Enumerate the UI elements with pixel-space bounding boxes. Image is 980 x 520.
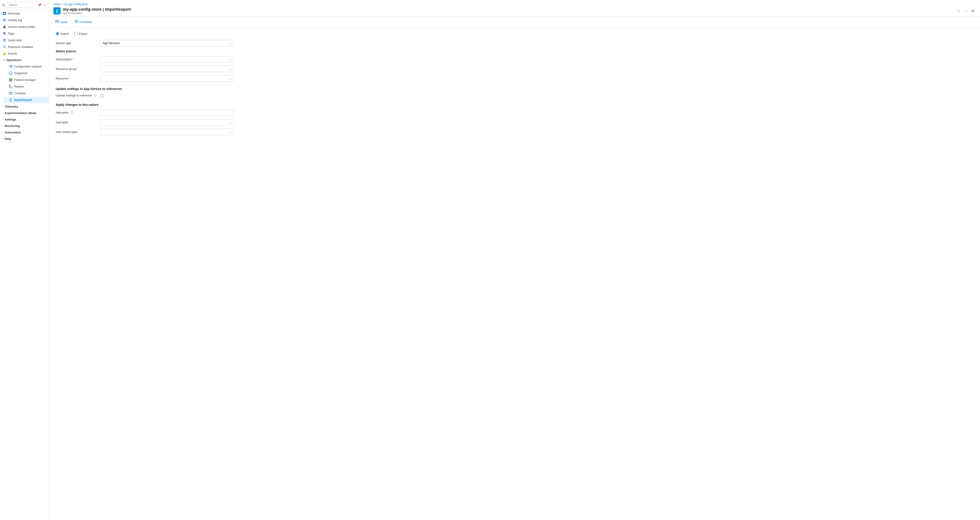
update-settings-title: Update settings in App Service to refere… [56, 87, 973, 91]
page-title-text: my-app-config-store | Import/export App … [63, 7, 131, 14]
svg-rect-33 [11, 92, 12, 95]
sidebar-section-experimentation[interactable]: › Experimentation (New) [0, 110, 49, 116]
sidebar-section-telemetry[interactable]: › Telemetry [0, 103, 49, 110]
sidebar-item-activity-log-label: Activity log [8, 19, 22, 22]
add-prefix-input[interactable] [100, 110, 234, 116]
subscription-row: Subscription* [56, 56, 973, 63]
resource-group-select-wrapper [100, 66, 234, 72]
sidebar-item-events-label: Events [8, 52, 17, 55]
add-label-control [100, 119, 234, 126]
select-source-section: Select source Subscription* Resourc [56, 49, 973, 82]
svg-line-16 [5, 46, 6, 47]
close-button[interactable]: ✕ [970, 7, 975, 14]
breadcrumb-current[interactable]: my-app-config-store [64, 3, 88, 6]
operations-subnav: Configuration explorer Snapshots Feature… [0, 63, 49, 103]
feedback-button[interactable]: Feedback [73, 19, 94, 25]
sidebar-section-automation[interactable]: › Automation [0, 129, 49, 136]
svg-rect-35 [11, 92, 12, 93]
pin-button[interactable]: 📌 [37, 3, 42, 7]
favorite-button[interactable]: ☆ [956, 8, 961, 14]
sidebar-section-experimentation-label: Experimentation (New) [5, 111, 36, 115]
feature-manager-icon [9, 78, 13, 82]
svg-rect-31 [9, 81, 12, 81]
add-content-type-row: Add content type [56, 129, 973, 135]
sidebar-item-quick-start[interactable]: Quick start [0, 37, 49, 43]
sidebar-item-feature-manager[interactable]: Feature manager [3, 76, 49, 83]
update-settings-info-icon[interactable]: ⓘ [94, 94, 97, 97]
import-radio[interactable] [56, 32, 59, 35]
sidebar-section-help[interactable]: › Help [0, 136, 49, 142]
resource-group-label: Resource group* [56, 67, 100, 71]
add-label-select[interactable] [100, 119, 234, 126]
resource-group-row: Resource group* [56, 66, 973, 72]
apply-button[interactable]: Apply [54, 19, 69, 25]
main-content: Home > my-app-config-store my-app-config… [49, 0, 980, 520]
sidebar-item-import-export[interactable]: Import/export [3, 97, 49, 103]
more-button[interactable]: ··· [963, 8, 968, 14]
sidebar-item-events[interactable]: ! Events [0, 50, 49, 57]
add-label-label: Add label [56, 121, 100, 124]
toolbar: Apply Feedback [49, 16, 980, 27]
apply-icon [55, 20, 59, 24]
collapse-button[interactable]: « [44, 3, 47, 7]
add-prefix-control [100, 110, 234, 116]
config-explorer-icon [9, 65, 13, 68]
svg-rect-6 [3, 21, 5, 21]
source-type-select[interactable]: App Services Configuration file App Conf… [100, 40, 234, 46]
sidebar-item-resource-visualizer[interactable]: Resource visualizer [0, 43, 49, 50]
sidebar-item-tags[interactable]: Tags [0, 30, 49, 37]
sidebar-item-overview[interactable]: Overview [0, 10, 49, 17]
update-settings-control [100, 94, 234, 97]
sidebar-section-monitoring[interactable]: › Monitoring [0, 123, 49, 129]
sidebar-item-restore[interactable]: Restore [3, 83, 49, 90]
import-radio-option[interactable]: Import [56, 32, 69, 35]
experimentation-chevron-icon: › [3, 112, 3, 114]
quick-start-icon [3, 38, 6, 42]
page-title-row: my-app-config-store | Import/export App … [54, 7, 975, 14]
add-content-type-select[interactable] [100, 129, 234, 135]
breadcrumb: Home > my-app-config-store [54, 3, 975, 6]
breadcrumb-home[interactable]: Home [54, 3, 60, 6]
source-type-control: App Services Configuration file App Conf… [100, 40, 234, 46]
sidebar-section-settings[interactable]: › Settings [0, 116, 49, 123]
subscription-select-wrapper [100, 56, 234, 63]
sidebar-item-compare[interactable]: Compare [3, 90, 49, 97]
sidebar-search-container: 🔍 📌 « [0, 0, 49, 10]
search-icon: 🔍 [2, 3, 5, 7]
search-input[interactable] [7, 2, 33, 8]
activity-log-icon [3, 18, 6, 22]
resource-select[interactable] [100, 75, 234, 82]
svg-point-8 [3, 32, 4, 33]
sidebar-item-import-export-label: Import/export [14, 99, 32, 102]
source-type-row: Source type App Services Configuration f… [56, 40, 973, 46]
svg-rect-24 [10, 65, 12, 66]
page-title: my-app-config-store | Import/export [63, 7, 131, 12]
update-settings-checkbox[interactable] [100, 94, 103, 97]
telemetry-chevron-icon: › [3, 105, 3, 108]
add-content-type-label: Add content type [56, 130, 100, 134]
svg-rect-32 [9, 92, 11, 95]
sidebar-item-access-control-label: Access control (IAM) [8, 25, 35, 29]
svg-point-42 [76, 21, 77, 22]
add-prefix-info-icon[interactable]: ⓘ [70, 111, 73, 114]
export-radio[interactable] [74, 32, 78, 35]
svg-rect-0 [3, 12, 4, 13]
export-radio-option[interactable]: Export [74, 32, 88, 35]
apply-changes-section: Apply changes to key-values Add prefix ⓘ… [56, 103, 973, 135]
resource-group-select[interactable] [100, 66, 234, 72]
add-prefix-row: Add prefix ⓘ [56, 110, 973, 116]
sidebar-section-help-label: Help [5, 137, 11, 140]
sidebar-item-snapshots[interactable]: Snapshots [3, 70, 49, 76]
add-label-select-wrapper [100, 119, 234, 126]
svg-rect-25 [10, 66, 12, 67]
resource-required: * [68, 77, 70, 80]
sidebar-item-activity-log[interactable]: Activity log [0, 17, 49, 23]
sidebar-item-config-explorer[interactable]: Configuration explorer [3, 63, 49, 70]
sidebar-item-access-control[interactable]: Access control (IAM) [0, 23, 49, 30]
sidebar-item-quick-start-label: Quick start [8, 38, 22, 42]
subscription-required: * [72, 58, 73, 61]
subscription-select[interactable] [100, 56, 234, 63]
import-label: Import [60, 32, 69, 35]
sidebar-controls: 📌 « [37, 3, 47, 7]
sidebar-section-operations[interactable]: ▼ Operations [0, 57, 49, 63]
